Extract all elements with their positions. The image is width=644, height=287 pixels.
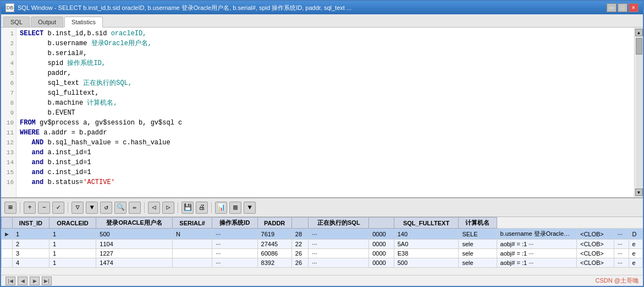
- remove-button[interactable]: −: [38, 202, 50, 214]
- tab-sql[interactable]: SQL: [3, 17, 30, 27]
- separator-5: [211, 202, 212, 213]
- cell-r3-c0: 3: [13, 249, 49, 258]
- code-line-5: paddr,: [20, 68, 631, 78]
- nav-last-button[interactable]: ▶|: [42, 277, 52, 285]
- scroll-track: [636, 37, 642, 188]
- cell-r1-c2: 500: [96, 229, 173, 240]
- cell-r3-c11: aobj# = :1 ···: [497, 249, 576, 258]
- main-window: DB SQL Window - SELECT b.inst_id,b.sid o…: [0, 0, 644, 287]
- status-bar: |◀ ◀ ▶ ▶| CSDN @土哥哋: [1, 275, 643, 286]
- code-area[interactable]: SELECT b.inst_id,b.sid oracleID, b.usern…: [16, 28, 634, 197]
- cell-r1-c11: b.username 登录Oracle用户名, b···: [497, 229, 576, 240]
- chart-button[interactable]: 📊: [215, 202, 227, 214]
- sort-asc-button[interactable]: ▽: [71, 202, 84, 214]
- cell-r2-c11: aobj# = :1 ···: [497, 240, 576, 249]
- code-line-11: WHERE a.addr = b.paddr: [20, 128, 631, 138]
- edit-button[interactable]: ✏: [129, 202, 141, 214]
- cell-r3-c14: e: [629, 249, 642, 258]
- cell-r3-c10: sele: [459, 249, 497, 258]
- column-header-SQL_FULLTEXT[interactable]: SQL_FULLTEXT: [394, 218, 459, 229]
- tab-statistics[interactable]: Statistics: [64, 17, 103, 28]
- dropdown-button[interactable]: ▼: [244, 202, 256, 214]
- column-header-计算机名[interactable]: 计算机名: [459, 218, 497, 229]
- cell-r3-c9: E38: [394, 249, 459, 258]
- cell-r3-c13: ···: [614, 249, 629, 258]
- row-indicator-3: [2, 249, 13, 258]
- confirm-button[interactable]: ✓: [52, 202, 64, 214]
- row-indicator-2: [2, 240, 13, 249]
- results-table: INST_IDORACLEID登录ORACLE用户名SERIAL#操作系统IDP…: [1, 217, 643, 268]
- title-bar-left: DB SQL Window - SELECT b.inst_id,b.sid o…: [5, 3, 351, 12]
- sort-desc-button[interactable]: ▼: [86, 202, 98, 214]
- tab-output[interactable]: Output: [31, 17, 63, 27]
- cell-r4-c14: e: [629, 258, 642, 268]
- cell-r3-c2: 1227: [96, 249, 173, 258]
- close-button[interactable]: ✕: [629, 3, 639, 12]
- refresh-button[interactable]: ↺: [100, 202, 112, 214]
- nav-prev-button[interactable]: ◀: [18, 277, 27, 285]
- editor-container: 12345678910111213141516 SELECT b.inst_id…: [1, 28, 643, 198]
- column-header-[interactable]: [291, 218, 309, 229]
- column-header-PADDR[interactable]: PADDR: [257, 218, 291, 229]
- app-icon: DB: [5, 3, 14, 12]
- cell-r3-c3: [173, 249, 212, 258]
- code-line-16: and b.status='ACTIVE': [20, 177, 631, 187]
- table-body: ▶11500N···761928···0000140SELEb.username…: [2, 229, 643, 268]
- grid-button[interactable]: ⊞: [4, 202, 16, 214]
- table-button[interactable]: ▤: [229, 202, 241, 214]
- column-header-ORACLEID[interactable]: ORACLEID: [49, 218, 96, 229]
- cell-r1-c1: 1: [49, 229, 96, 240]
- row-indicator-4: [2, 258, 13, 268]
- cell-r3-c7: ···: [309, 249, 369, 258]
- search-button[interactable]: 🔍: [114, 202, 126, 214]
- nav-next-button[interactable]: ▶: [30, 277, 40, 285]
- scroll-thumb[interactable]: [636, 38, 642, 55]
- nav-first-button[interactable]: |◀: [5, 277, 15, 285]
- code-line-12: AND b.sql_hash_value = c.hash_value: [20, 138, 631, 148]
- data-table-wrapper[interactable]: INST_IDORACLEID登录ORACLE用户名SERIAL#操作系统IDP…: [1, 217, 643, 275]
- cell-r1-c3: N: [173, 229, 212, 240]
- editor-scrollbar: ▲ ▼: [634, 28, 643, 197]
- minimize-button[interactable]: —: [607, 3, 617, 12]
- cell-r2-c14: e: [629, 240, 642, 249]
- table-row[interactable]: 311227···6008626···0000E38seleaobj# = :1…: [2, 249, 643, 258]
- tab-bar: SQL Output Statistics: [1, 14, 643, 28]
- cell-r3-c1: 1: [49, 249, 96, 258]
- add-button[interactable]: +: [24, 202, 36, 214]
- table-row[interactable]: 411474···839226···0000500seleaobj# = :1 …: [2, 258, 643, 268]
- cell-r1-c4: ···: [212, 229, 257, 240]
- cell-r4-c11: aobj# = :1 ···: [497, 258, 576, 268]
- scroll-down-button[interactable]: ▼: [635, 188, 643, 196]
- cell-r3-c8: 0000: [369, 249, 394, 258]
- column-header-INST_ID[interactable]: INST_ID: [13, 218, 49, 229]
- lower-half: INST_IDORACLEID登录ORACLE用户名SERIAL#操作系统IDP…: [1, 217, 643, 286]
- cell-r1-c8: 0000: [369, 229, 394, 240]
- next-button[interactable]: ▷: [162, 202, 174, 214]
- table-row[interactable]: 211104···2744522···00005A0seleaobj# = :1…: [2, 240, 643, 249]
- column-header-SERIAL#[interactable]: SERIAL#: [173, 218, 212, 229]
- code-line-15: and c.inst_id=1: [20, 167, 631, 177]
- column-header-操作系统ID[interactable]: 操作系统ID: [212, 218, 257, 229]
- code-line-14: and b.inst_id=1: [20, 158, 631, 167]
- print-button[interactable]: 🖨: [196, 202, 208, 214]
- column-header-登录ORACLE用户名[interactable]: 登录ORACLE用户名: [96, 218, 173, 229]
- cell-r2-c5: 27445: [257, 240, 291, 249]
- maximize-button[interactable]: □: [618, 3, 628, 12]
- code-line-13: and a.inst_id=1: [20, 148, 631, 158]
- cell-r4-c9: 500: [394, 258, 459, 268]
- table-row[interactable]: ▶11500N···761928···0000140SELEb.username…: [2, 229, 643, 240]
- column-header-正在执行的SQL[interactable]: 正在执行的SQL: [309, 218, 369, 229]
- watermark: CSDN @土哥哋: [596, 277, 639, 285]
- cell-r2-c2: 1104: [96, 240, 173, 249]
- prev-button[interactable]: ◁: [148, 202, 160, 214]
- scroll-up-button[interactable]: ▲: [635, 29, 643, 36]
- column-header-[interactable]: [2, 218, 13, 229]
- column-header-[interactable]: [369, 218, 394, 229]
- cell-r1-c9: 140: [394, 229, 459, 240]
- code-line-9: b.EVENT: [20, 108, 631, 118]
- save-button[interactable]: 💾: [181, 202, 194, 214]
- cell-r4-c3: [173, 258, 212, 268]
- cell-r1-c12: <CLOB>: [576, 229, 614, 240]
- line-numbers: 12345678910111213141516: [1, 28, 16, 197]
- cell-r4-c13: ···: [614, 258, 629, 268]
